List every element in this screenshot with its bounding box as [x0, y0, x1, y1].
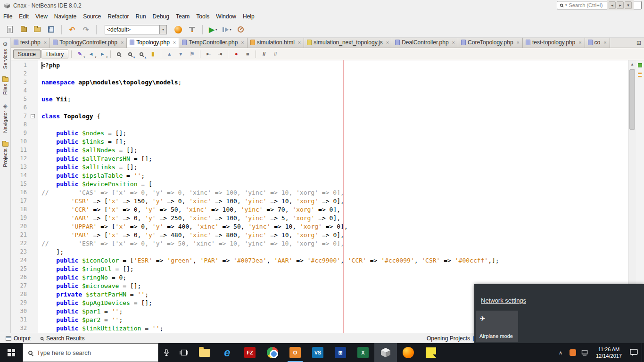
- task-view-button[interactable]: [174, 343, 193, 362]
- maximize-editor-button[interactable]: ⊞: [635, 39, 643, 47]
- microphone-button[interactable]: [158, 343, 174, 362]
- close-tab-icon[interactable]: ×: [452, 40, 455, 45]
- last-edit-button[interactable]: ✎▾: [74, 49, 85, 59]
- history-view-button[interactable]: History: [41, 49, 68, 58]
- sticky-notes-button[interactable]: [420, 343, 442, 362]
- previous-bookmark-button[interactable]: ▴: [164, 49, 174, 59]
- menu-run[interactable]: Run: [132, 12, 149, 21]
- close-tab-icon[interactable]: ×: [578, 40, 581, 45]
- uncomment-button[interactable]: //: [270, 49, 281, 59]
- run-button[interactable]: ▶▾: [207, 24, 219, 36]
- shift-right-button[interactable]: ⇥: [215, 49, 225, 59]
- sidebar-item-projects[interactable]: Projects: [2, 141, 8, 168]
- tab-dealcontroller-php[interactable]: DealController.php×: [392, 38, 458, 48]
- toggle-bookmark-button[interactable]: ⚑: [187, 49, 197, 59]
- menu-team[interactable]: Team: [173, 12, 193, 21]
- chevron-down-icon[interactable]: ▼: [159, 25, 166, 34]
- warning-mark[interactable]: [638, 73, 642, 74]
- vscode-button[interactable]: VS: [306, 343, 329, 362]
- tab-test-php[interactable]: test.php×: [11, 38, 50, 48]
- find-previous-button[interactable]: ▴: [136, 49, 147, 59]
- back-button[interactable]: ◂▾: [86, 49, 96, 59]
- open-project-button[interactable]: [31, 24, 43, 36]
- airplane-mode-tile[interactable]: ✈ Airplane mode: [476, 311, 518, 342]
- close-tab-icon[interactable]: ×: [517, 40, 520, 45]
- network-tray-button[interactable]: [579, 343, 591, 362]
- menu-view[interactable]: View: [32, 12, 51, 21]
- netbeans-button[interactable]: [374, 343, 397, 362]
- record-macro-button[interactable]: ●: [231, 49, 241, 59]
- start-button[interactable]: [0, 343, 23, 362]
- close-tab-icon[interactable]: ×: [121, 40, 124, 45]
- scroll-up-icon[interactable]: ▲: [628, 60, 636, 68]
- shift-left-button[interactable]: ⇤: [203, 49, 214, 59]
- new-project-button[interactable]: [17, 24, 30, 36]
- tab-list-button[interactable]: ▾: [625, 1, 632, 9]
- scroll-tabs-left-button[interactable]: ◂: [609, 1, 616, 9]
- line-number-gutter[interactable]: 1234567891011121314151617181920212223242…: [11, 60, 38, 333]
- sidebar-item-files[interactable]: Files: [2, 76, 8, 96]
- new-file-button[interactable]: [4, 24, 16, 36]
- next-bookmark-button[interactable]: ▾: [175, 49, 186, 59]
- close-tab-icon[interactable]: ×: [386, 40, 389, 45]
- hidden-icons-button[interactable]: ∧: [554, 343, 567, 362]
- outlook-button[interactable]: O: [284, 343, 306, 362]
- tab-tempcontroller-php[interactable]: TempController.php×: [179, 38, 248, 48]
- tab-topology-php[interactable]: Topology.php×: [127, 38, 179, 48]
- action-center-button[interactable]: [627, 343, 642, 362]
- output-window-button[interactable]: Output: [4, 334, 33, 343]
- source-view-button[interactable]: Source: [13, 49, 41, 58]
- menu-window[interactable]: Window: [213, 12, 239, 21]
- debug-button[interactable]: ▾: [221, 24, 233, 36]
- find-selection-button[interactable]: [114, 49, 124, 59]
- tab-coretopology-php[interactable]: CoreTopology.php×: [458, 38, 523, 48]
- config-select[interactable]: <default>▼: [105, 25, 167, 34]
- network-settings-link[interactable]: Network settings: [481, 297, 526, 304]
- build-project-button[interactable]: [172, 24, 184, 36]
- store-button[interactable]: ⊞: [329, 343, 352, 362]
- menu-file[interactable]: File: [0, 12, 16, 21]
- warning-mark[interactable]: [638, 76, 642, 77]
- close-tab-icon[interactable]: ×: [603, 40, 606, 45]
- file-explorer-button[interactable]: [193, 343, 216, 362]
- sidebar-item-services[interactable]: ⚙Services: [2, 41, 8, 70]
- taskbar-search-input[interactable]: Type here to search: [23, 343, 158, 362]
- tab-simulation-next-topology-js[interactable]: simulation_next_topology.js×: [304, 38, 392, 48]
- menu-tools[interactable]: Tools: [193, 12, 213, 21]
- forward-button[interactable]: ▸▾: [97, 49, 107, 59]
- find-next-button[interactable]: ▾: [125, 49, 135, 59]
- tray-app-button[interactable]: [567, 343, 579, 362]
- scroll-tabs-right-button[interactable]: ▸: [617, 1, 624, 9]
- menu-navigate[interactable]: Navigate: [51, 12, 80, 21]
- edge-button[interactable]: e: [216, 343, 239, 362]
- code-fold-toggle[interactable]: −: [31, 114, 35, 118]
- close-tab-icon[interactable]: ×: [173, 40, 176, 45]
- sidebar-item-navigator[interactable]: ◈Navigator: [2, 102, 8, 134]
- save-all-button[interactable]: [45, 24, 57, 36]
- show-desktop-button[interactable]: [642, 343, 644, 362]
- tab-co[interactable]: co×: [585, 38, 610, 48]
- undo-button[interactable]: ↶: [66, 24, 78, 36]
- filezilla-button[interactable]: FZ: [239, 343, 261, 362]
- menu-help[interactable]: Help: [239, 12, 258, 21]
- menu-refactor[interactable]: Refactor: [104, 12, 132, 21]
- tab-test-topology-php[interactable]: test-topology.php×: [523, 38, 585, 48]
- menu-debug[interactable]: Debug: [149, 12, 173, 21]
- menu-edit[interactable]: Edit: [16, 12, 32, 21]
- excel-button[interactable]: X: [352, 343, 374, 362]
- stop-macro-button[interactable]: ■: [242, 49, 253, 59]
- close-tab-icon[interactable]: ×: [298, 40, 301, 45]
- tab-simulation-html[interactable]: simulation.html×: [248, 38, 304, 48]
- taskbar-clock[interactable]: 11:26 AM 12/14/2017: [596, 346, 622, 359]
- firefox-button[interactable]: [397, 343, 420, 362]
- comment-button[interactable]: //: [259, 49, 269, 59]
- search-results-window-button[interactable]: Search Results: [38, 334, 86, 343]
- close-tab-icon[interactable]: ×: [241, 40, 244, 45]
- toggle-highlight-button[interactable]: ▮: [148, 49, 158, 59]
- menu-source[interactable]: Source: [80, 12, 104, 21]
- chrome-button[interactable]: [261, 343, 284, 362]
- clean-build-button[interactable]: [186, 24, 198, 36]
- scrollbar-thumb[interactable]: [629, 69, 635, 130]
- close-tab-icon[interactable]: ×: [44, 40, 47, 45]
- tab-topologycontroller-php[interactable]: TopologyController.php×: [50, 38, 127, 48]
